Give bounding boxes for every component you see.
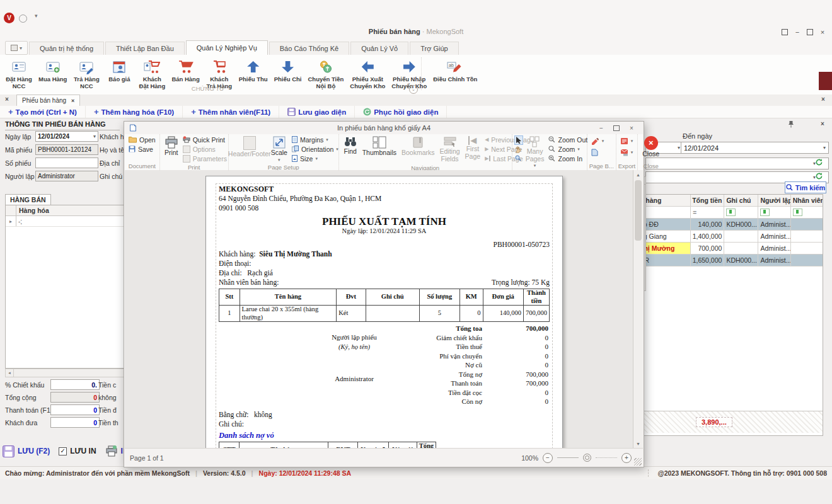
to-date-combo[interactable]: 12/01/2024 ▾ <box>681 142 829 154</box>
ribbon-group-expand-icon[interactable]: ⌄ <box>409 85 418 94</box>
editing-fields-button[interactable]: Editing Fields <box>437 135 462 164</box>
column-header-tong-tien[interactable]: Tổng tiền <box>691 195 724 206</box>
horizontal-scrollbar[interactable]: ◂ <box>5 369 125 377</box>
resize-grip[interactable] <box>634 458 642 466</box>
save-button[interactable]: LƯU (F2) <box>3 445 50 457</box>
zoom-slider-track[interactable] <box>596 457 617 458</box>
tab-hang-ban[interactable]: HÀNG BÁN <box>5 194 51 205</box>
thumbnails-button[interactable]: Thumbnails <box>360 135 399 158</box>
dialog-maximize-button[interactable] <box>610 123 623 132</box>
dialog-close-button[interactable]: × <box>625 123 638 132</box>
refresh-icon[interactable] <box>815 158 823 166</box>
export-pdf-button[interactable]: ▾ <box>618 136 635 146</box>
zoom-in-button[interactable]: Zoom In <box>546 154 589 163</box>
ribbon-button-chuyen-tien-noi-bo[interactable]: Chuyển Tiền Nội Bộ <box>304 57 347 91</box>
ribbon-tab-quan-tri-he-thong[interactable]: Quản trị hệ thống <box>29 42 104 55</box>
first-page-button[interactable]: ◀ First Page <box>463 135 483 161</box>
close-preview-button[interactable]: × Close <box>640 135 662 159</box>
table-row[interactable]: HR 1,650,000 KDH000... Administ... <box>638 255 823 266</box>
new-row-cell[interactable]: -; <box>16 216 124 226</box>
app-menu-button[interactable]: ▾ <box>5 41 28 55</box>
many-pages-button[interactable]: Many Pages ▾ <box>523 135 547 169</box>
preview-vertical-scrollbar[interactable]: ▲ ▼ <box>633 170 643 448</box>
voucher-code-field[interactable]: PBH00001-120124 <box>35 144 98 155</box>
ribbon-button-phieu-chi[interactable]: Phiếu Chi <box>271 57 305 84</box>
creator-field[interactable]: Administrator <box>35 171 98 181</box>
save-button[interactable]: Save <box>127 144 158 154</box>
bookmarks-button[interactable]: Bookmarks <box>399 135 437 158</box>
quick-print-button[interactable]: Quick Print <box>181 135 229 144</box>
fullscreen-button[interactable] <box>779 28 790 37</box>
filter-combo-1[interactable]: ▾ <box>645 158 829 169</box>
sale-items-grid[interactable]: Hàng hóa ▸ -; <box>5 205 125 369</box>
grand-total-field[interactable]: 0 <box>50 392 100 403</box>
parameters-button[interactable]: Parameters <box>181 154 229 163</box>
filter-cell[interactable] <box>758 207 790 218</box>
zoom-button[interactable]: Zoom ▾ <box>546 144 589 154</box>
filter-cell[interactable]: = <box>691 207 724 218</box>
ribbon-button-ban-hang[interactable]: Bán Hàng <box>168 57 202 84</box>
margins-button[interactable]: Margins ▾ <box>290 135 340 144</box>
ribbon-tab-bao-cao-thong-ke[interactable]: Báo Cáo Thống Kê <box>269 42 349 55</box>
dialog-titlebar[interactable]: In phiếu bán hàng khổ giấy A4 − × <box>124 122 644 134</box>
refresh-icon[interactable] <box>815 172 823 180</box>
quick-access-caret-icon[interactable]: ▾ <box>35 13 38 19</box>
save-print-checkbox[interactable]: ✓ LƯU IN <box>59 447 96 455</box>
ribbon-button-tra-hang-ncc[interactable]: Trả Hàng NCC <box>70 57 103 91</box>
find-button[interactable]: Find <box>341 135 360 157</box>
orientation-button[interactable]: Orientation ▾ <box>290 144 340 154</box>
ribbon-button-dat-hang-ncc[interactable]: Đặt Hàng NCC <box>3 57 35 91</box>
payment-field[interactable]: 0 <box>50 404 100 415</box>
tabstrip-close-icon[interactable]: × <box>821 96 825 103</box>
column-header-ghi-chu[interactable]: Ghi chú <box>724 195 758 206</box>
ribbon-button-mua-hang[interactable]: Mua Hàng <box>35 57 70 84</box>
restore-layout-button[interactable]: Phục hồi giao diện <box>355 106 447 118</box>
header-footer-button[interactable]: Header/Footer <box>231 135 269 159</box>
ribbon-button-phieu-nhap-chuyen-kho[interactable]: Phiếu Nhập Chuyển Kho <box>388 57 430 91</box>
save-layout-button[interactable]: Lưu giao diện <box>279 106 355 118</box>
ribbon-button-phieu-xuat-chuyen-kho[interactable]: Phiếu Xuất Chuyển Kho <box>347 57 388 91</box>
tab-close-icon[interactable]: × <box>71 98 74 104</box>
size-button[interactable]: Size ▾ <box>290 154 340 163</box>
scrollbar-thumb[interactable] <box>635 180 642 241</box>
column-header-hang-hoa[interactable]: Hàng hóa <box>16 205 124 215</box>
table-row-selected[interactable]: Thị Mường 700,000 Administ... <box>638 243 823 255</box>
ribbon-tab-tro-giup[interactable]: Trợ Giúp <box>410 42 458 55</box>
preview-area[interactable]: MEKONGSOFT 64 Nguyễn Đình Chiểu, Phường … <box>125 170 633 448</box>
ribbon-button-dieu-chinh-ton[interactable]: ab Điều Chỉnh Tồn <box>430 57 480 84</box>
print-button[interactable]: Print <box>162 135 181 158</box>
table-row[interactable]: ng Giang 1,400,000 Administ... <box>638 231 823 243</box>
voucher-number-field[interactable] <box>35 158 98 168</box>
discount-percent-field[interactable]: 0. <box>50 379 100 390</box>
date-created-combo[interactable]: 12/01/2024 ▾ <box>35 131 98 142</box>
open-button[interactable]: Open <box>127 135 158 144</box>
pointer-tool-icon[interactable] <box>514 135 523 145</box>
ribbon-button-bao-gia[interactable]: Báo giá <box>103 57 136 84</box>
minimize-button[interactable]: − <box>792 28 803 37</box>
customer-paid-field[interactable]: 0 <box>50 417 100 428</box>
scroll-down-icon[interactable]: ▼ <box>633 439 643 448</box>
send-pdf-button[interactable]: ▾ <box>618 147 635 157</box>
scroll-left-icon[interactable]: ◂ <box>6 369 14 377</box>
tab-phieu-ban-hang[interactable]: Phiếu bán hàng × <box>16 94 80 106</box>
table-row[interactable]: èo ĐĐ 140,000 KDH000... Administ... <box>638 219 823 231</box>
sales-list-grid[interactable]: n hàng Tổng tiền Ghi chú Người lập Nhân … <box>638 194 823 436</box>
zoom-slider-thumb[interactable] <box>583 454 591 462</box>
dialog-minimize-button[interactable]: − <box>594 123 608 132</box>
create-new-button[interactable]: + Tạo mới (Ctrl + N) <box>0 106 86 118</box>
page-color-button[interactable] <box>589 147 606 157</box>
pin-icon[interactable] <box>788 120 794 128</box>
watermark-button[interactable]: ▾ <box>589 136 606 146</box>
zoom-out-button[interactable]: Zoom Out <box>546 135 589 144</box>
zoom-in-button[interactable]: + <box>621 453 632 463</box>
ribbon-button-phieu-thu[interactable]: Phiếu Thu <box>236 57 271 84</box>
add-employee-button[interactable]: + Thêm nhân viên(F11) <box>183 106 279 118</box>
options-button[interactable]: Options <box>181 144 229 154</box>
quick-access-icon[interactable] <box>19 14 27 23</box>
scale-button[interactable]: Scale ▾ <box>269 135 290 163</box>
filter-cell[interactable] <box>791 207 823 218</box>
ribbon-tab-quan-ly-vo[interactable]: Quản Lý Vỏ <box>350 42 408 55</box>
zoom-region-icon[interactable] <box>514 154 523 163</box>
hand-tool-icon[interactable] <box>514 146 523 154</box>
column-header-nhan-vien[interactable]: Nhân viên <box>791 195 823 206</box>
